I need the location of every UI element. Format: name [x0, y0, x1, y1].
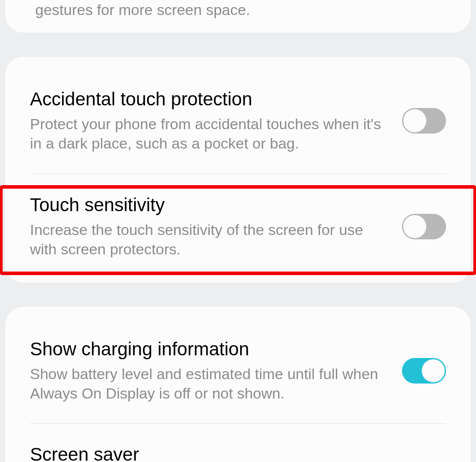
toggle-accidental-touch[interactable]	[402, 108, 446, 134]
divider	[30, 423, 446, 424]
settings-card-charging: Show charging information Show battery l…	[5, 307, 471, 462]
row-title: Accidental touch protection	[30, 89, 384, 110]
toggle-knob	[421, 359, 445, 383]
settings-card-partial: gestures for more screen space.	[5, 0, 471, 33]
toggle-touch-sensitivity[interactable]	[402, 214, 446, 239]
toggle-knob	[403, 215, 427, 238]
row-title: Screen saver	[30, 444, 446, 462]
row-title: Show charging information	[30, 339, 384, 360]
row-description: Show battery level and estimated time un…	[30, 364, 384, 403]
settings-card-touch: Accidental touch protection Protect your…	[5, 57, 471, 283]
row-title: Touch sensitivity	[30, 194, 384, 216]
row-content: Touch sensitivity Increase the touch sen…	[30, 194, 402, 259]
row-screen-saver[interactable]: Screen saver	[5, 433, 471, 462]
row-touch-sensitivity[interactable]: Touch sensitivity Increase the touch sen…	[5, 184, 471, 269]
partial-description: gestures for more screen space.	[5, 0, 471, 19]
row-charging-info[interactable]: Show charging information Show battery l…	[5, 328, 471, 414]
row-content: Show charging information Show battery l…	[30, 339, 402, 403]
divider	[30, 174, 446, 174]
row-accidental-touch-protection[interactable]: Accidental touch protection Protect your…	[5, 78, 471, 164]
row-description: Increase the touch sensitivity of the sc…	[30, 220, 384, 259]
row-content: Accidental touch protection Protect your…	[30, 89, 402, 153]
row-description: Protect your phone from accidental touch…	[30, 114, 384, 153]
toggle-charging-info[interactable]	[402, 358, 446, 384]
toggle-knob	[403, 109, 427, 133]
